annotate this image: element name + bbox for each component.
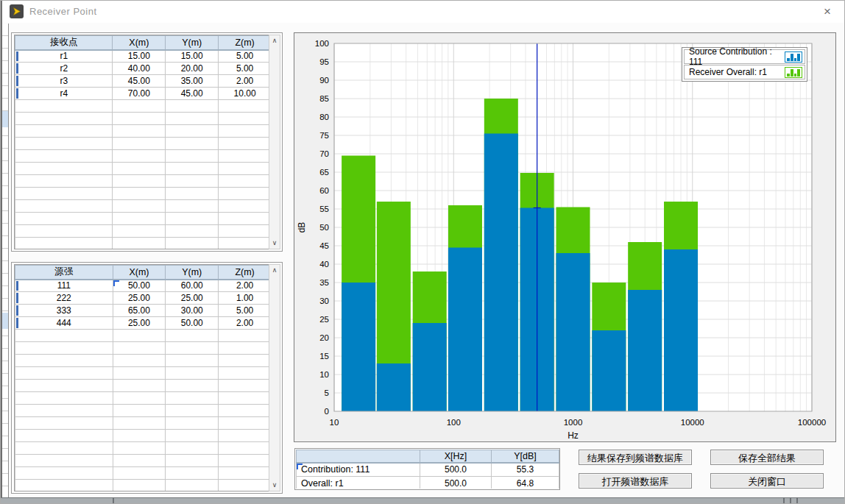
table-cell[interactable] xyxy=(219,355,272,367)
table-cell[interactable] xyxy=(166,392,219,405)
table-cell[interactable] xyxy=(166,163,219,175)
table-cell[interactable] xyxy=(166,405,219,417)
table-cell[interactable] xyxy=(219,442,272,455)
table-cell[interactable] xyxy=(113,175,166,188)
table-cell[interactable] xyxy=(15,150,113,163)
save-to-spectrum-db-button[interactable]: 结果保存到频谱数据库 xyxy=(579,450,692,465)
table-cell[interactable] xyxy=(113,225,166,238)
table-cell[interactable] xyxy=(166,442,219,455)
table-cell[interactable] xyxy=(219,113,272,125)
open-spectrum-db-button[interactable]: 打开频谱数据库 xyxy=(579,473,692,489)
table-cell[interactable] xyxy=(113,330,166,342)
receiver-table-scrollbar[interactable]: ∧ ∨ xyxy=(269,35,280,249)
table-cell[interactable] xyxy=(219,238,272,250)
spectrum-chart-plot[interactable]: 0510152025303540455055606570758085909510… xyxy=(294,33,835,441)
table-cell[interactable] xyxy=(15,455,113,467)
table-cell[interactable]: 25.00 xyxy=(113,317,166,330)
table-cell[interactable] xyxy=(15,163,113,175)
table-cell[interactable] xyxy=(219,430,272,442)
close-window-button[interactable]: 关闭窗口 xyxy=(710,473,824,489)
table-cell[interactable]: 2.00 xyxy=(219,280,272,292)
table-cell[interactable] xyxy=(166,213,219,225)
table-cell[interactable]: 10.00 xyxy=(219,88,272,100)
table-cell[interactable]: 65.00 xyxy=(113,305,166,317)
source-table-scrollbar[interactable]: ∧ ∨ xyxy=(269,264,280,491)
table-cell[interactable]: 5.00 xyxy=(219,63,272,75)
table-cell[interactable] xyxy=(219,100,272,113)
table-cell[interactable] xyxy=(219,125,272,138)
table-cell[interactable] xyxy=(166,188,219,200)
close-icon[interactable]: × xyxy=(818,4,837,20)
table-cell[interactable] xyxy=(15,225,113,238)
table-cell[interactable] xyxy=(113,138,166,150)
table-cell[interactable] xyxy=(166,138,219,150)
table-cell[interactable] xyxy=(15,417,113,430)
table-cell[interactable] xyxy=(113,455,166,467)
table-cell[interactable] xyxy=(113,163,166,175)
table-cell[interactable] xyxy=(166,225,219,238)
scroll-down-icon[interactable]: ∨ xyxy=(269,238,280,249)
table-cell[interactable] xyxy=(113,355,166,367)
table-cell[interactable] xyxy=(15,467,113,480)
table-cell[interactable] xyxy=(15,188,113,200)
table-cell[interactable]: 70.00 xyxy=(113,88,166,100)
table-cell[interactable]: 20.00 xyxy=(166,63,219,75)
table-cell[interactable] xyxy=(113,417,166,430)
table-cell[interactable]: 15.00 xyxy=(113,50,166,63)
table-cell[interactable] xyxy=(113,342,166,355)
table-cell[interactable] xyxy=(219,367,272,380)
table-cell[interactable] xyxy=(15,355,113,367)
table-cell[interactable] xyxy=(166,430,219,442)
table-cell[interactable] xyxy=(166,100,219,113)
table-cell[interactable]: 2.00 xyxy=(219,75,272,88)
table-cell[interactable] xyxy=(113,430,166,442)
table-cell[interactable] xyxy=(15,380,113,392)
table-cell[interactable] xyxy=(113,150,166,163)
table-cell[interactable]: 45.00 xyxy=(166,88,219,100)
table-cell[interactable] xyxy=(15,125,113,138)
table-cell[interactable] xyxy=(113,467,166,480)
table-cell[interactable]: 50.00 xyxy=(166,317,219,330)
table-cell[interactable]: r4 xyxy=(15,88,113,100)
table-cell[interactable] xyxy=(219,392,272,405)
table-cell[interactable] xyxy=(219,163,272,175)
table-cell[interactable] xyxy=(113,113,166,125)
table-cell[interactable]: r3 xyxy=(15,75,113,88)
table-cell[interactable]: 45.00 xyxy=(113,75,166,88)
table-cell[interactable]: r1 xyxy=(15,50,113,63)
title-bar[interactable]: Receiver Point × xyxy=(2,1,844,23)
table-cell[interactable] xyxy=(166,125,219,138)
table-cell[interactable] xyxy=(15,330,113,342)
table-cell[interactable]: 25.00 xyxy=(166,292,219,305)
table-cell[interactable] xyxy=(166,367,219,380)
table-cell[interactable]: 2.00 xyxy=(219,317,272,330)
table-cell[interactable] xyxy=(15,100,113,113)
table-cell[interactable] xyxy=(166,113,219,125)
table-cell[interactable]: 444 xyxy=(15,317,113,330)
table-cell[interactable] xyxy=(166,417,219,430)
scroll-down-icon[interactable]: ∨ xyxy=(269,480,280,491)
table-cell[interactable] xyxy=(15,367,113,380)
table-cell[interactable] xyxy=(15,405,113,417)
table-cell[interactable] xyxy=(219,467,272,480)
table-cell[interactable] xyxy=(166,200,219,213)
table-cell[interactable]: 5.00 xyxy=(219,50,272,63)
table-cell[interactable] xyxy=(166,342,219,355)
table-cell[interactable]: 333 xyxy=(15,305,113,317)
table-cell[interactable] xyxy=(219,330,272,342)
table-cell[interactable] xyxy=(219,200,272,213)
table-cell[interactable] xyxy=(219,380,272,392)
table-cell[interactable]: r2 xyxy=(15,63,113,75)
save-all-results-button[interactable]: 保存全部结果 xyxy=(710,450,824,465)
table-cell[interactable]: 5.00 xyxy=(219,305,272,317)
table-cell[interactable] xyxy=(15,238,113,250)
table-cell[interactable] xyxy=(113,213,166,225)
table-cell[interactable] xyxy=(15,480,113,492)
table-cell[interactable] xyxy=(219,175,272,188)
table-cell[interactable] xyxy=(15,442,113,455)
table-cell[interactable]: 50.00 xyxy=(113,280,166,292)
table-cell[interactable] xyxy=(15,430,113,442)
table-cell[interactable] xyxy=(15,175,113,188)
table-cell[interactable]: 25.00 xyxy=(113,292,166,305)
table-cell[interactable] xyxy=(219,405,272,417)
